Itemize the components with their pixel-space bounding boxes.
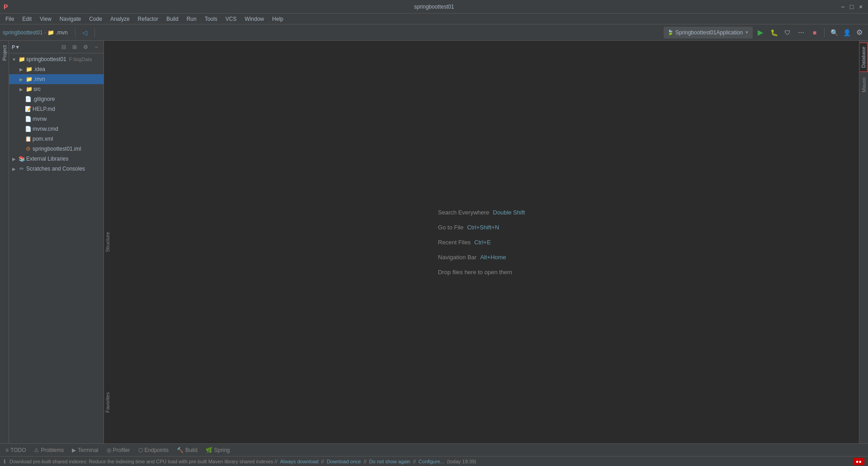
src-label: src bbox=[33, 86, 41, 92]
build-label: Build bbox=[185, 447, 198, 453]
status-message-area: Download pre-built shared indexes: Reduc… bbox=[9, 459, 849, 464]
scratches-arrow-icon: ▶ bbox=[11, 166, 17, 172]
tree-item-helpmd[interactable]: 📝 HELP.md bbox=[9, 104, 104, 114]
status-always-download-link[interactable]: Always download bbox=[280, 459, 319, 464]
endpoints-label: Endpoints bbox=[145, 447, 169, 453]
status-dont-show-link[interactable]: Do not show again bbox=[369, 459, 410, 464]
tree-item-extlibs[interactable]: ▶ 📚 External Libraries bbox=[9, 154, 104, 164]
favorites-tab[interactable]: Favorites bbox=[104, 389, 111, 416]
build-tab[interactable]: 🔨 Build bbox=[173, 445, 201, 455]
status-timestamp: (today 19:39) bbox=[447, 459, 476, 464]
database-panel-tab[interactable]: Database bbox=[860, 43, 868, 72]
error-notification[interactable]: ●● bbox=[853, 458, 864, 465]
root-arrow-icon: ▼ bbox=[11, 56, 17, 62]
menu-refactor[interactable]: Refactor bbox=[134, 15, 162, 23]
profile-button[interactable]: 👤 bbox=[841, 27, 853, 38]
endpoints-icon: ⬡ bbox=[138, 447, 143, 453]
title-bar: P springboottest01 − □ × bbox=[0, 0, 868, 14]
left-side-strip: Project bbox=[0, 41, 9, 443]
hint-goto-shortcut: Ctrl+Shift+N bbox=[467, 224, 499, 231]
scratches-label: Scratches and Consoles bbox=[26, 166, 85, 172]
bottom-tabs-bar: ≡ TODO ⚠ Problems ▶ Terminal ◎ Profiler … bbox=[0, 443, 868, 456]
close-button[interactable]: × bbox=[857, 3, 864, 10]
status-configure-link[interactable]: Configure... bbox=[419, 459, 444, 464]
menu-code[interactable]: Code bbox=[85, 15, 106, 23]
problems-tab[interactable]: ⚠ Problems bbox=[30, 445, 67, 455]
project-panel: P▼ ⊟ ⊞ ⚙ − ▼ 📁 springboottest01 F:\bigDa… bbox=[9, 41, 104, 443]
status-sep3: // bbox=[413, 459, 416, 464]
menu-file[interactable]: File bbox=[2, 15, 18, 23]
tree-item-root[interactable]: ▼ 📁 springboottest01 F:\bigData bbox=[9, 54, 104, 64]
toolbar-separator-2 bbox=[94, 28, 95, 37]
root-path: F:\bigData bbox=[69, 57, 92, 62]
favorites-tab-area: Favorites bbox=[104, 389, 111, 416]
profiler-tab[interactable]: ◎ Profiler bbox=[103, 445, 134, 455]
status-download-once-link[interactable]: Download once bbox=[327, 459, 361, 464]
pomxml-file-icon: 📋 bbox=[24, 135, 32, 143]
editor-area: Search Everywhere Double Shift Go to Fil… bbox=[104, 41, 859, 443]
tree-item-idea[interactable]: ▶ 📁 .idea bbox=[9, 64, 104, 74]
tree-item-gitignore[interactable]: 📄 .gitignore bbox=[9, 94, 104, 104]
maximize-button[interactable]: □ bbox=[848, 3, 855, 10]
search-everywhere-button[interactable]: 🔍 bbox=[828, 27, 840, 38]
hint-search-shortcut: Double Shift bbox=[493, 209, 525, 216]
debug-button[interactable]: 🐛 bbox=[768, 27, 780, 38]
panel-expand-all-button[interactable]: ⊞ bbox=[70, 43, 79, 52]
breadcrumb-folder[interactable]: .mvn bbox=[56, 29, 68, 36]
toolbar: springboottest01 › 📁 .mvn ◁ 🍃 Springboot… bbox=[0, 24, 868, 41]
spring-label: Spring bbox=[214, 447, 230, 453]
breadcrumb-project[interactable]: springboottest01 bbox=[3, 29, 43, 36]
run-config-selector[interactable]: 🍃 Springboottest01Application ▼ bbox=[664, 27, 753, 38]
hint-goto-file: Go to File Ctrl+Shift+N bbox=[438, 224, 499, 231]
idea-folder-icon: 📁 bbox=[25, 66, 33, 73]
terminal-tab[interactable]: ▶ Terminal bbox=[68, 445, 102, 455]
menu-window[interactable]: Window bbox=[241, 15, 268, 23]
menu-build[interactable]: Build bbox=[163, 15, 182, 23]
menu-analyze[interactable]: Analyze bbox=[107, 15, 133, 23]
tree-item-iml[interactable]: ⚙ springboottest01.iml bbox=[9, 144, 104, 154]
navigate-back-button[interactable]: ◁ bbox=[79, 27, 91, 38]
endpoints-tab[interactable]: ⬡ Endpoints bbox=[135, 445, 172, 455]
status-info-icon: ℹ bbox=[4, 458, 6, 465]
tree-item-mvnwcmd[interactable]: 📄 mvnw.cmd bbox=[9, 124, 104, 134]
spring-icon: 🌿 bbox=[206, 447, 212, 453]
panel-settings-button[interactable]: ⚙ bbox=[81, 43, 90, 52]
project-panel-tab[interactable]: Project bbox=[1, 43, 8, 63]
gitignore-label: .gitignore bbox=[33, 96, 55, 102]
tree-item-pomxml[interactable]: 📋 pom.xml bbox=[9, 134, 104, 144]
menu-edit[interactable]: Edit bbox=[19, 15, 35, 23]
status-bar: ℹ Download pre-built shared indexes: Red… bbox=[0, 456, 868, 466]
menu-help[interactable]: Help bbox=[269, 15, 287, 23]
minimize-button[interactable]: − bbox=[839, 3, 846, 10]
mvnwcmd-label: mvnw.cmd bbox=[33, 126, 58, 132]
scratches-icon: ✏ bbox=[18, 165, 25, 172]
menu-view[interactable]: View bbox=[36, 15, 55, 23]
menu-run[interactable]: Run bbox=[183, 15, 200, 23]
breadcrumb-folder-icon: 📁 bbox=[47, 29, 56, 36]
toolbar-breadcrumb: springboottest01 › 📁 .mvn bbox=[3, 29, 68, 36]
title-bar-controls: − □ × bbox=[839, 3, 864, 10]
spring-tab[interactable]: 🌿 Spring bbox=[202, 445, 234, 455]
coverage-button[interactable]: 🛡 bbox=[782, 27, 793, 38]
menu-navigate[interactable]: Navigate bbox=[56, 15, 85, 23]
tree-item-mvn[interactable]: ▶ 📁 .mvn bbox=[9, 74, 104, 84]
menu-tools[interactable]: Tools bbox=[201, 15, 221, 23]
title-bar-left: P bbox=[4, 3, 8, 10]
todo-tab[interactable]: ≡ TODO bbox=[2, 445, 29, 455]
tree-item-mvnw[interactable]: 📄 mvnw bbox=[9, 114, 104, 124]
mvn-label: .mvn bbox=[33, 76, 45, 82]
maven-panel-tab[interactable]: Maven bbox=[860, 74, 868, 96]
todo-icon: ≡ bbox=[5, 447, 9, 453]
tree-item-src[interactable]: ▶ 📁 src bbox=[9, 84, 104, 94]
problems-icon: ⚠ bbox=[34, 447, 39, 453]
run-button[interactable]: ▶ bbox=[755, 27, 766, 38]
panel-collapse-all-button[interactable]: ⊟ bbox=[59, 43, 68, 52]
tree-item-scratches[interactable]: ▶ ✏ Scratches and Consoles bbox=[9, 164, 104, 174]
settings-button[interactable]: ⚙ bbox=[854, 27, 865, 38]
stop-button[interactable]: ■ bbox=[809, 27, 821, 38]
more-run-button[interactable]: ⋯ bbox=[795, 27, 807, 38]
structure-tab[interactable]: Structure bbox=[104, 228, 111, 256]
hint-navbar-shortcut: Alt+Home bbox=[480, 254, 506, 261]
panel-close-button[interactable]: − bbox=[92, 43, 101, 52]
menu-vcs[interactable]: VCS bbox=[222, 15, 241, 23]
